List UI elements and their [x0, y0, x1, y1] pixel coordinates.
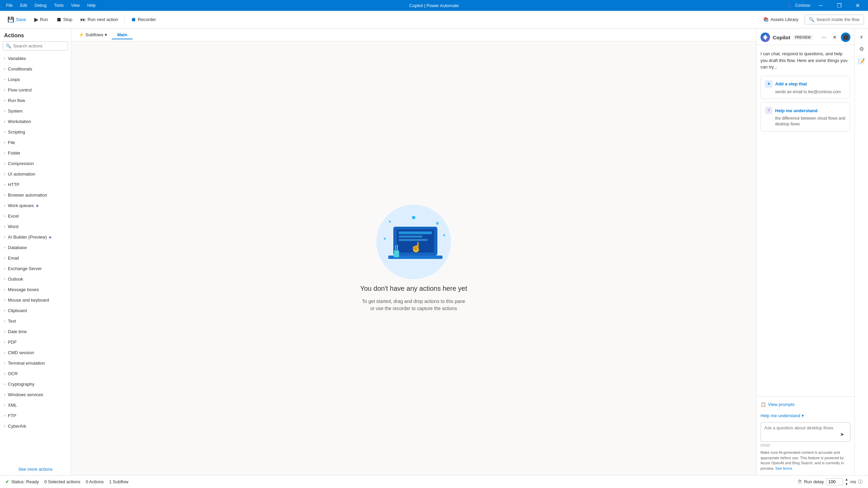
action-item-flow-control[interactable]: › Flow control [0, 85, 71, 95]
chevron-right-icon: › [4, 382, 5, 386]
action-item-word[interactable]: › Word [0, 221, 71, 232]
action-label: AI Builder (Preview) [8, 235, 47, 240]
copilot-more-button[interactable]: ⋯ [819, 33, 829, 42]
action-item-conditionals[interactable]: › Conditionals [0, 64, 71, 74]
action-item-browser-automation[interactable]: › Browser automation [0, 190, 71, 200]
copilot-close-button[interactable]: ✕ [830, 33, 840, 42]
action-item-windows-services[interactable]: › Windows services [0, 389, 71, 400]
action-item-database[interactable]: › Database [0, 242, 71, 253]
save-button[interactable]: 💾 Save [4, 14, 29, 25]
action-label: Excel [8, 214, 19, 219]
run-next-action-button[interactable]: ⏭ Run next action [77, 15, 121, 25]
action-item-message-boxes[interactable]: › Message boxes [0, 284, 71, 295]
action-item-mouse-and-keyboard[interactable]: › Mouse and keyboard [0, 295, 71, 305]
recorder-button[interactable]: ⏺ Recorder [127, 15, 159, 25]
chevron-right-icon: › [4, 88, 5, 92]
chevron-right-icon: › [4, 372, 5, 375]
run-button[interactable]: ▶ Run [31, 14, 52, 25]
chat-input[interactable] [764, 425, 834, 439]
right-icon-button-1[interactable]: 𝒙 [856, 31, 867, 42]
search-actions-input[interactable] [13, 43, 65, 48]
search-icon: 🔍 [6, 43, 11, 48]
action-item-ocr[interactable]: › OCR [0, 368, 71, 379]
chevron-right-icon: › [4, 424, 5, 428]
status-check-icon: ✔ [5, 479, 9, 484]
restore-button[interactable]: ❐ [831, 0, 847, 11]
run-delay-input[interactable] [826, 478, 843, 485]
action-item-run-flow[interactable]: › Run flow [0, 95, 71, 106]
action-item-ftp[interactable]: › FTP [0, 410, 71, 421]
action-item-outlook[interactable]: › Outlook [0, 274, 71, 284]
action-item-clipboard[interactable]: › Clipboard [0, 305, 71, 316]
svg-point-3 [412, 216, 415, 219]
action-item-http[interactable]: › HTTP [0, 179, 71, 190]
menu-file[interactable]: File [3, 2, 16, 9]
action-label: UI automation [8, 171, 35, 177]
search-inside-flow-button[interactable]: 🔍 Search inside the flow [805, 15, 864, 24]
status-label: Status: Ready [11, 479, 39, 484]
context-selector-button[interactable]: Help me understand ▾ [761, 412, 804, 420]
action-item-loops[interactable]: › Loops [0, 74, 71, 85]
subflows-dropdown-button[interactable]: ⚡ Subflows ▾ [75, 31, 111, 39]
action-item-workstation[interactable]: › Workstation [0, 116, 71, 127]
suggestion-card-help[interactable]: ? Help me understand the difference betw… [761, 102, 850, 131]
see-terms-link[interactable]: See terms [775, 466, 792, 470]
action-item-work-queues[interactable]: › Work queues ◆ [0, 200, 71, 211]
chevron-right-icon: › [4, 298, 5, 302]
action-item-cmd-session[interactable]: › CMD session [0, 347, 71, 358]
action-item-cyberark[interactable]: › CyberArk [0, 421, 71, 431]
menu-edit[interactable]: Edit [17, 2, 31, 9]
run-next-icon: ⏭ [80, 17, 86, 23]
chevron-right-icon: › [4, 256, 5, 260]
delay-increment-button[interactable]: ▲ [845, 477, 848, 482]
assets-library-button[interactable]: 📚 Assets Library [760, 15, 802, 24]
action-label: Run flow [8, 98, 25, 103]
svg-point-4 [384, 238, 386, 240]
action-item-text[interactable]: › Text [0, 316, 71, 326]
action-item-ai-builder-(preview)[interactable]: › AI Builder (Preview) ◆ [0, 232, 71, 242]
copilot-expand-button[interactable]: ⬛ [841, 33, 850, 42]
right-icon-button-3[interactable]: 📝 [856, 56, 867, 66]
close-button[interactable]: ✕ [850, 0, 865, 11]
action-item-file[interactable]: › File [0, 137, 71, 148]
suggestion-card-add-step[interactable]: ✦ Add a step that sends an email to lee@… [761, 76, 850, 99]
menu-view[interactable]: View [67, 2, 83, 9]
menu-tools[interactable]: Tools [51, 2, 67, 9]
action-item-scripting[interactable]: › Scripting [0, 127, 71, 137]
menu-debug[interactable]: Debug [31, 2, 50, 9]
action-label: Browser automation [8, 192, 47, 198]
action-item-xml[interactable]: › XML [0, 400, 71, 410]
action-item-exchange-server[interactable]: › Exchange Server [0, 263, 71, 274]
stop-button[interactable]: ⏹ Stop [53, 15, 76, 25]
action-item-excel[interactable]: › Excel [0, 211, 71, 221]
toolbar-separator [124, 15, 125, 24]
action-label: HTTP [8, 182, 19, 187]
chevron-right-icon: › [4, 351, 5, 354]
action-item-ui-automation[interactable]: › UI automation [0, 169, 71, 179]
menu-help[interactable]: Help [84, 2, 99, 9]
action-item-folder[interactable]: › Folder [0, 148, 71, 158]
chevron-right-icon: › [4, 403, 5, 407]
right-icon-button-2[interactable]: ⚙ [856, 43, 867, 54]
action-item-terminal-emulation[interactable]: › Terminal emulation [0, 358, 71, 368]
see-more-actions-link[interactable]: See more actions [0, 463, 71, 475]
copilot-title: Copilot [773, 35, 790, 40]
action-item-date-time[interactable]: › Date time [0, 326, 71, 337]
action-item-compression[interactable]: › Compression [0, 158, 71, 169]
action-item-email[interactable]: › Email [0, 253, 71, 263]
main-tab[interactable]: Main [112, 31, 133, 39]
action-item-cryptography[interactable]: › Cryptography [0, 379, 71, 389]
minimize-button[interactable]: ─ [813, 0, 829, 11]
action-label: Windows services [8, 392, 43, 397]
send-button[interactable]: ➤ [837, 429, 847, 439]
action-item-pdf[interactable]: › PDF [0, 337, 71, 347]
copilot-body: I can chat, respond to questions, and he… [756, 45, 854, 396]
action-item-variables[interactable]: › Variables [0, 53, 71, 64]
char-count: 0/500 [761, 442, 850, 447]
view-prompts-button[interactable]: 📋 View prompts [761, 401, 795, 408]
premium-icon: ◆ [36, 204, 39, 207]
search-box[interactable]: 🔍 [3, 41, 68, 50]
action-label: File [8, 140, 15, 145]
delay-decrement-button[interactable]: ▼ [845, 482, 848, 487]
action-item-system[interactable]: › System [0, 106, 71, 116]
